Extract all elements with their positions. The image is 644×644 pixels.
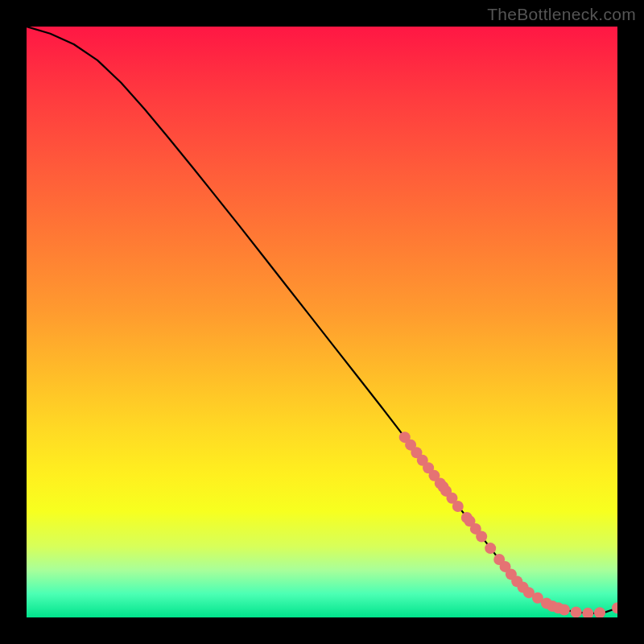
chart-frame: TheBottleneck.com [0, 0, 644, 644]
marker-group [399, 431, 617, 617]
marker-dot [485, 543, 496, 554]
marker-dot [571, 606, 582, 617]
marker-dot [582, 608, 593, 617]
plot-area [27, 27, 617, 617]
marker-dot [594, 607, 605, 617]
marker-dot [452, 501, 464, 512]
marker-dot [612, 602, 617, 613]
watermark-text: TheBottleneck.com [487, 5, 636, 24]
chart-svg [27, 27, 617, 617]
marker-dot [559, 604, 570, 615]
bottleneck-curve [27, 27, 617, 613]
marker-dot [476, 530, 487, 542]
